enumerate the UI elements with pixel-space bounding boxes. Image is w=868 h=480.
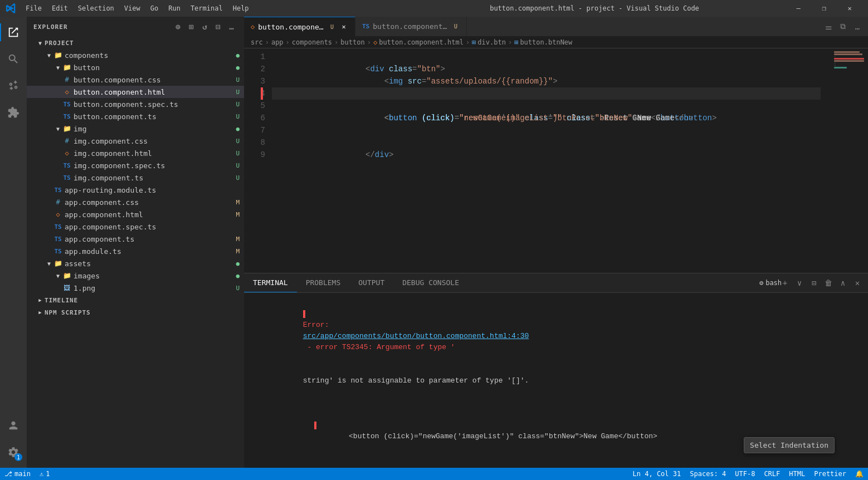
- line-numbers: 1 2 3 4 5 6 7 8 9: [244, 51, 272, 271]
- status-formatter[interactable]: Prettier: [810, 468, 851, 480]
- menu-file[interactable]: File: [21, 3, 46, 13]
- status-encoding[interactable]: UTF-8: [730, 468, 759, 480]
- status-language[interactable]: HTML: [784, 468, 810, 480]
- breadcrumb-src[interactable]: src: [251, 38, 263, 46]
- extensions-activity-icon[interactable]: [0, 99, 27, 126]
- collapse-all-button[interactable]: ⊟: [213, 21, 224, 32]
- terminal-dropdown-button[interactable]: ∨: [793, 277, 806, 289]
- terminal-error-link[interactable]: src/app/components/button/button.compone…: [303, 332, 529, 340]
- sidebar-item-img-ts[interactable]: TS img.component.ts U: [27, 172, 244, 184]
- search-activity-icon[interactable]: [0, 46, 27, 72]
- minimap-line-2: [834, 53, 862, 55]
- new-folder-button[interactable]: ⊞: [186, 21, 197, 32]
- status-eol[interactable]: CRLF: [759, 468, 784, 480]
- app-html-label: app.component.html: [65, 210, 236, 219]
- minimize-button[interactable]: —: [786, 0, 811, 17]
- sidebar-item-images[interactable]: ▼ 📁 images ●: [27, 270, 244, 282]
- select-indentation-tooltip[interactable]: Select Indentation: [744, 437, 835, 453]
- split-editor-button[interactable]: ⧉: [837, 21, 849, 33]
- timeline-label: TIMELINE: [45, 297, 244, 304]
- split-terminal-button[interactable]: ⊟: [808, 277, 820, 289]
- breadcrumb-button-btnnew[interactable]: ⊞ button.btnNew: [514, 38, 572, 46]
- sidebar-item-app-routing[interactable]: TS app-routing.module.ts: [27, 184, 244, 196]
- menu-go[interactable]: Go: [146, 3, 163, 13]
- sidebar-item-assets[interactable]: ▼ 📁 assets ●: [27, 257, 244, 270]
- img-css-label: img.component.css: [74, 137, 236, 145]
- terminal-tab-debug[interactable]: DEBUG CONSOLE: [393, 273, 468, 292]
- refresh-button[interactable]: ↺: [199, 21, 211, 32]
- breadcrumb-app[interactable]: app: [271, 38, 284, 46]
- png-icon: 🖼: [62, 283, 71, 292]
- account-activity-icon[interactable]: [0, 412, 27, 439]
- ts-icon: TS: [62, 112, 71, 121]
- status-bar-right: Ln 4, Col 31 Spaces: 4 UTF-8 CRLF HTML P…: [628, 468, 868, 480]
- npm-scripts-section[interactable]: ▶ NPM SCRIPTS: [27, 306, 244, 319]
- status-bar: ⎇ main ⚠ 1 Ln 4, Col 31 Spaces: 4 UTF-8 …: [0, 468, 868, 480]
- breadcrumb-div-btn[interactable]: ⊞ div.btn: [472, 38, 506, 46]
- sidebar-item-button-html[interactable]: ◇ button.component.html U: [27, 86, 244, 98]
- sidebar-item-app-spec[interactable]: TS app.component.spec.ts: [27, 221, 244, 233]
- terminal-panel: TERMINAL PROBLEMS OUTPUT DEBUG CONSOLE ⚙…: [244, 273, 868, 468]
- git-branch-icon: ⎇: [4, 470, 12, 478]
- menu-edit[interactable]: Edit: [47, 3, 72, 13]
- tab-button-ts[interactable]: TS button.component.ts U: [355, 17, 467, 36]
- toggle-secondary-sidebar-button[interactable]: ⚌: [822, 21, 835, 33]
- menu-run[interactable]: Run: [164, 3, 185, 13]
- source-control-activity-icon[interactable]: [0, 72, 27, 99]
- status-cursor-position[interactable]: Ln 4, Col 31: [628, 468, 686, 480]
- more-actions-button[interactable]: …: [226, 21, 237, 32]
- status-notifications[interactable]: 🔔: [851, 468, 868, 480]
- png-badge: U: [236, 285, 240, 292]
- settings-activity-icon[interactable]: 1: [0, 439, 27, 466]
- sidebar-item-1png[interactable]: 🖼 1.png U: [27, 282, 244, 294]
- new-file-button[interactable]: ⊕: [173, 21, 184, 32]
- code-line-4: <button (click)="newGame('imageList')" c…: [272, 87, 821, 100]
- sidebar-item-img-spec[interactable]: TS img.component.spec.ts U: [27, 159, 244, 172]
- menu-terminal[interactable]: Terminal: [186, 3, 227, 13]
- tab-ts-label: button.component.ts: [373, 22, 451, 31]
- sidebar-item-button-spec[interactable]: TS button.component.spec.ts U: [27, 98, 244, 110]
- close-terminal-button[interactable]: ✕: [851, 277, 864, 289]
- sidebar-item-button-ts[interactable]: TS button.component.ts U: [27, 110, 244, 123]
- maximize-terminal-button[interactable]: ∧: [837, 277, 849, 289]
- ts-icon: TS: [53, 247, 62, 256]
- sidebar-item-app-html[interactable]: ◇ app.component.html M: [27, 208, 244, 221]
- explorer-activity-icon[interactable]: [0, 19, 27, 46]
- status-git-branch[interactable]: ⎇ main: [0, 468, 35, 480]
- menu-help[interactable]: Help: [228, 3, 253, 13]
- terminal-tab-terminal[interactable]: TERMINAL: [244, 273, 297, 292]
- project-section[interactable]: ▼ PROJECT: [27, 37, 244, 49]
- terminal-tab-output[interactable]: OUTPUT: [349, 273, 393, 292]
- button-css-badge: U: [236, 76, 240, 84]
- sidebar-item-img-css[interactable]: # img.component.css U: [27, 135, 244, 147]
- sidebar-item-app-ts[interactable]: TS app.component.ts M: [27, 233, 244, 245]
- timeline-section[interactable]: ▶ TIMELINE: [27, 294, 244, 306]
- sidebar-item-app-css[interactable]: # app.component.css M: [27, 196, 244, 208]
- sidebar-item-img-folder[interactable]: ▼ 📁 img ●: [27, 123, 244, 135]
- code-editor[interactable]: 1 2 3 4 5 6 7 8 9: [244, 48, 868, 273]
- npm-scripts-label: NPM SCRIPTS: [45, 309, 244, 316]
- more-editor-actions-button[interactable]: …: [851, 21, 864, 33]
- status-errors[interactable]: ⚠ 1: [35, 468, 54, 480]
- menu-view[interactable]: View: [120, 3, 145, 13]
- encoding-text: UTF-8: [735, 470, 755, 478]
- sidebar-item-img-html[interactable]: ◇ img.component.html U: [27, 147, 244, 159]
- sidebar-item-components[interactable]: ▼ 📁 components ●: [27, 49, 244, 61]
- sidebar-item-app-module[interactable]: TS app.module.ts M: [27, 245, 244, 257]
- breadcrumb-button[interactable]: button: [340, 38, 364, 46]
- breadcrumb-components[interactable]: components: [292, 38, 332, 46]
- sidebar-item-button-css[interactable]: # button.component.css U: [27, 74, 244, 86]
- assets-badge: ●: [236, 260, 240, 267]
- breadcrumb-html-file[interactable]: ◇ button.component.html: [373, 38, 464, 46]
- assets-label: assets: [65, 259, 236, 268]
- status-indentation[interactable]: Spaces: 4: [685, 468, 730, 480]
- maximize-button[interactable]: ❐: [811, 0, 837, 17]
- tab-button-html[interactable]: ◇ button.component.html U ✕: [244, 17, 355, 36]
- tab-html-close[interactable]: ✕: [339, 22, 348, 31]
- delete-terminal-button[interactable]: 🗑: [822, 277, 835, 289]
- new-terminal-button[interactable]: +: [779, 277, 791, 289]
- close-button[interactable]: ✕: [837, 0, 862, 17]
- menu-selection[interactable]: Selection: [74, 3, 119, 13]
- sidebar-item-button-folder[interactable]: ▼ 📁 button ●: [27, 61, 244, 74]
- terminal-tab-problems[interactable]: PROBLEMS: [297, 273, 350, 292]
